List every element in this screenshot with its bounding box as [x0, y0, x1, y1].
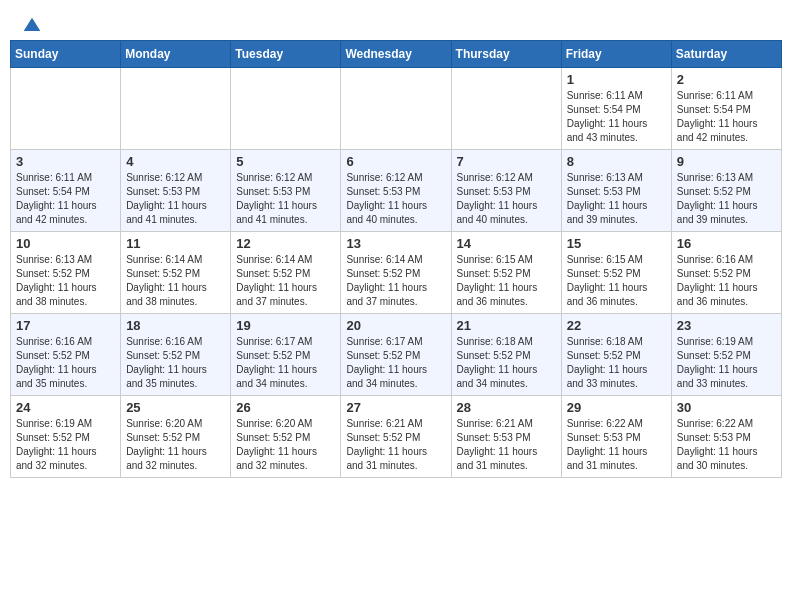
day-number: 8: [567, 154, 666, 169]
calendar-day-cell: 24Sunrise: 6:19 AM Sunset: 5:52 PM Dayli…: [11, 396, 121, 478]
calendar-day-cell: 17Sunrise: 6:16 AM Sunset: 5:52 PM Dayli…: [11, 314, 121, 396]
day-number: 21: [457, 318, 556, 333]
day-info: Sunrise: 6:12 AM Sunset: 5:53 PM Dayligh…: [346, 171, 445, 227]
calendar-day-cell: 30Sunrise: 6:22 AM Sunset: 5:53 PM Dayli…: [671, 396, 781, 478]
day-of-week-header: Monday: [121, 41, 231, 68]
calendar-week-row: 3Sunrise: 6:11 AM Sunset: 5:54 PM Daylig…: [11, 150, 782, 232]
calendar-week-row: 24Sunrise: 6:19 AM Sunset: 5:52 PM Dayli…: [11, 396, 782, 478]
day-number: 12: [236, 236, 335, 251]
day-number: 27: [346, 400, 445, 415]
day-info: Sunrise: 6:18 AM Sunset: 5:52 PM Dayligh…: [567, 335, 666, 391]
page-header: [0, 0, 792, 40]
day-info: Sunrise: 6:16 AM Sunset: 5:52 PM Dayligh…: [126, 335, 225, 391]
day-number: 6: [346, 154, 445, 169]
day-number: 11: [126, 236, 225, 251]
calendar-day-cell: 5Sunrise: 6:12 AM Sunset: 5:53 PM Daylig…: [231, 150, 341, 232]
day-info: Sunrise: 6:17 AM Sunset: 5:52 PM Dayligh…: [346, 335, 445, 391]
day-number: 25: [126, 400, 225, 415]
day-number: 14: [457, 236, 556, 251]
calendar-wrapper: SundayMondayTuesdayWednesdayThursdayFrid…: [0, 40, 792, 488]
calendar-day-cell: 26Sunrise: 6:20 AM Sunset: 5:52 PM Dayli…: [231, 396, 341, 478]
day-of-week-header: Sunday: [11, 41, 121, 68]
calendar-day-cell: [341, 68, 451, 150]
calendar-day-cell: 7Sunrise: 6:12 AM Sunset: 5:53 PM Daylig…: [451, 150, 561, 232]
calendar-day-cell: 12Sunrise: 6:14 AM Sunset: 5:52 PM Dayli…: [231, 232, 341, 314]
day-info: Sunrise: 6:15 AM Sunset: 5:52 PM Dayligh…: [567, 253, 666, 309]
day-number: 18: [126, 318, 225, 333]
calendar-day-cell: 14Sunrise: 6:15 AM Sunset: 5:52 PM Dayli…: [451, 232, 561, 314]
calendar-day-cell: 8Sunrise: 6:13 AM Sunset: 5:53 PM Daylig…: [561, 150, 671, 232]
day-info: Sunrise: 6:16 AM Sunset: 5:52 PM Dayligh…: [677, 253, 776, 309]
day-info: Sunrise: 6:19 AM Sunset: 5:52 PM Dayligh…: [677, 335, 776, 391]
calendar-day-cell: 21Sunrise: 6:18 AM Sunset: 5:52 PM Dayli…: [451, 314, 561, 396]
day-number: 20: [346, 318, 445, 333]
calendar-day-cell: 15Sunrise: 6:15 AM Sunset: 5:52 PM Dayli…: [561, 232, 671, 314]
calendar-day-cell: 29Sunrise: 6:22 AM Sunset: 5:53 PM Dayli…: [561, 396, 671, 478]
calendar-day-cell: 4Sunrise: 6:12 AM Sunset: 5:53 PM Daylig…: [121, 150, 231, 232]
day-info: Sunrise: 6:21 AM Sunset: 5:53 PM Dayligh…: [457, 417, 556, 473]
day-number: 23: [677, 318, 776, 333]
calendar-day-cell: 6Sunrise: 6:12 AM Sunset: 5:53 PM Daylig…: [341, 150, 451, 232]
day-info: Sunrise: 6:14 AM Sunset: 5:52 PM Dayligh…: [346, 253, 445, 309]
day-info: Sunrise: 6:14 AM Sunset: 5:52 PM Dayligh…: [236, 253, 335, 309]
day-number: 7: [457, 154, 556, 169]
calendar-day-cell: 19Sunrise: 6:17 AM Sunset: 5:52 PM Dayli…: [231, 314, 341, 396]
day-number: 3: [16, 154, 115, 169]
day-info: Sunrise: 6:11 AM Sunset: 5:54 PM Dayligh…: [677, 89, 776, 145]
day-number: 22: [567, 318, 666, 333]
day-number: 2: [677, 72, 776, 87]
day-number: 30: [677, 400, 776, 415]
svg-marker-0: [24, 18, 41, 31]
day-info: Sunrise: 6:12 AM Sunset: 5:53 PM Dayligh…: [126, 171, 225, 227]
day-info: Sunrise: 6:15 AM Sunset: 5:52 PM Dayligh…: [457, 253, 556, 309]
day-info: Sunrise: 6:20 AM Sunset: 5:52 PM Dayligh…: [126, 417, 225, 473]
calendar-header-row: SundayMondayTuesdayWednesdayThursdayFrid…: [11, 41, 782, 68]
day-number: 4: [126, 154, 225, 169]
day-info: Sunrise: 6:11 AM Sunset: 5:54 PM Dayligh…: [567, 89, 666, 145]
day-info: Sunrise: 6:16 AM Sunset: 5:52 PM Dayligh…: [16, 335, 115, 391]
calendar-week-row: 10Sunrise: 6:13 AM Sunset: 5:52 PM Dayli…: [11, 232, 782, 314]
calendar-day-cell: 18Sunrise: 6:16 AM Sunset: 5:52 PM Dayli…: [121, 314, 231, 396]
day-info: Sunrise: 6:18 AM Sunset: 5:52 PM Dayligh…: [457, 335, 556, 391]
calendar-day-cell: 3Sunrise: 6:11 AM Sunset: 5:54 PM Daylig…: [11, 150, 121, 232]
day-of-week-header: Wednesday: [341, 41, 451, 68]
day-number: 10: [16, 236, 115, 251]
day-info: Sunrise: 6:22 AM Sunset: 5:53 PM Dayligh…: [677, 417, 776, 473]
calendar-day-cell: [451, 68, 561, 150]
calendar-day-cell: 9Sunrise: 6:13 AM Sunset: 5:52 PM Daylig…: [671, 150, 781, 232]
day-info: Sunrise: 6:19 AM Sunset: 5:52 PM Dayligh…: [16, 417, 115, 473]
day-number: 13: [346, 236, 445, 251]
day-info: Sunrise: 6:17 AM Sunset: 5:52 PM Dayligh…: [236, 335, 335, 391]
day-number: 5: [236, 154, 335, 169]
calendar-day-cell: 27Sunrise: 6:21 AM Sunset: 5:52 PM Dayli…: [341, 396, 451, 478]
calendar-day-cell: [231, 68, 341, 150]
day-number: 9: [677, 154, 776, 169]
calendar-day-cell: 13Sunrise: 6:14 AM Sunset: 5:52 PM Dayli…: [341, 232, 451, 314]
logo-icon: [22, 16, 42, 36]
day-info: Sunrise: 6:12 AM Sunset: 5:53 PM Dayligh…: [457, 171, 556, 227]
calendar-day-cell: 1Sunrise: 6:11 AM Sunset: 5:54 PM Daylig…: [561, 68, 671, 150]
day-number: 29: [567, 400, 666, 415]
day-info: Sunrise: 6:20 AM Sunset: 5:52 PM Dayligh…: [236, 417, 335, 473]
calendar-day-cell: 2Sunrise: 6:11 AM Sunset: 5:54 PM Daylig…: [671, 68, 781, 150]
day-number: 1: [567, 72, 666, 87]
calendar-day-cell: 16Sunrise: 6:16 AM Sunset: 5:52 PM Dayli…: [671, 232, 781, 314]
day-of-week-header: Friday: [561, 41, 671, 68]
day-info: Sunrise: 6:14 AM Sunset: 5:52 PM Dayligh…: [126, 253, 225, 309]
calendar-day-cell: [121, 68, 231, 150]
day-info: Sunrise: 6:11 AM Sunset: 5:54 PM Dayligh…: [16, 171, 115, 227]
day-of-week-header: Saturday: [671, 41, 781, 68]
day-number: 28: [457, 400, 556, 415]
calendar-day-cell: 28Sunrise: 6:21 AM Sunset: 5:53 PM Dayli…: [451, 396, 561, 478]
calendar-day-cell: 25Sunrise: 6:20 AM Sunset: 5:52 PM Dayli…: [121, 396, 231, 478]
day-info: Sunrise: 6:13 AM Sunset: 5:52 PM Dayligh…: [677, 171, 776, 227]
day-info: Sunrise: 6:13 AM Sunset: 5:53 PM Dayligh…: [567, 171, 666, 227]
day-of-week-header: Thursday: [451, 41, 561, 68]
calendar-day-cell: 10Sunrise: 6:13 AM Sunset: 5:52 PM Dayli…: [11, 232, 121, 314]
calendar-day-cell: 22Sunrise: 6:18 AM Sunset: 5:52 PM Dayli…: [561, 314, 671, 396]
day-number: 15: [567, 236, 666, 251]
day-info: Sunrise: 6:22 AM Sunset: 5:53 PM Dayligh…: [567, 417, 666, 473]
calendar-table: SundayMondayTuesdayWednesdayThursdayFrid…: [10, 40, 782, 478]
day-info: Sunrise: 6:21 AM Sunset: 5:52 PM Dayligh…: [346, 417, 445, 473]
day-number: 24: [16, 400, 115, 415]
